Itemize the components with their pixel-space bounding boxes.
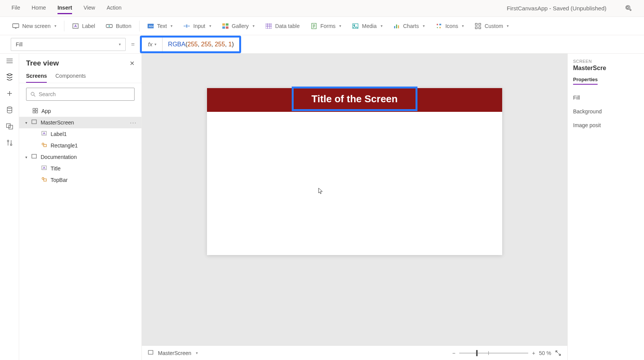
left-rail	[0, 54, 19, 360]
title-label-highlighted[interactable]: Title of the Screen	[292, 87, 417, 111]
tab-components[interactable]: Components	[55, 73, 85, 83]
main-area: Tree view ✕ Screens Components Search Ap…	[0, 54, 644, 360]
gallery-button[interactable]: Gallery ▾	[217, 20, 260, 32]
charts-button[interactable]: Charts ▾	[388, 20, 430, 32]
svg-rect-10	[266, 23, 272, 29]
node-label: MasterScreen	[41, 119, 74, 126]
svg-text:Abc: Abc	[149, 25, 154, 28]
data-table-icon	[265, 23, 272, 29]
custom-button[interactable]: Custom ▾	[469, 20, 514, 32]
fullscreen-icon[interactable]	[555, 350, 561, 356]
node-label: Rectangle1	[51, 142, 78, 149]
charts-icon	[393, 23, 400, 29]
prop-background[interactable]: Background	[573, 105, 639, 118]
forms-button[interactable]: Forms ▾	[305, 20, 347, 32]
chevron-down-icon: ▾	[462, 24, 464, 28]
input-label: Input	[193, 23, 205, 29]
svg-point-13	[354, 25, 355, 26]
node-label: Label1	[51, 131, 67, 137]
formula-container-highlighted: fx ▾ RGBA(255, 255, 255, 1)	[140, 36, 241, 53]
rectangle-icon	[41, 177, 48, 183]
svg-rect-16	[398, 25, 399, 28]
fx-icon: fx	[148, 41, 153, 47]
svg-rect-14	[394, 26, 395, 28]
zoom-value: 50 %	[539, 350, 551, 356]
label-button[interactable]: Label	[67, 20, 100, 32]
svg-point-0	[627, 7, 629, 8]
svg-rect-18	[439, 24, 441, 25]
data-table-label: Data table	[275, 23, 300, 29]
chevron-down-icon: ▾	[209, 24, 211, 28]
svg-rect-15	[396, 25, 397, 28]
chevron-down-icon[interactable]: ▾	[24, 155, 28, 159]
search-placeholder: Search	[39, 91, 56, 97]
tree-node-title[interactable]: Title	[19, 163, 141, 174]
menu-file[interactable]: File	[12, 2, 20, 14]
tab-screens[interactable]: Screens	[26, 73, 47, 83]
svg-point-24	[7, 107, 12, 108]
chevron-down-icon: ▾	[119, 42, 121, 46]
svg-rect-32	[33, 111, 35, 113]
tree-node-app[interactable]: App	[19, 105, 141, 117]
data-icon[interactable]	[7, 106, 12, 113]
advanced-tools-icon[interactable]	[7, 139, 13, 146]
hamburger-icon[interactable]	[6, 58, 13, 64]
menu-action[interactable]: Action	[107, 2, 122, 14]
tree-view-icon[interactable]	[6, 74, 13, 80]
svg-point-19	[439, 27, 441, 28]
canvas-footer: MasterScreen ▾ − + 50 %	[142, 345, 567, 360]
text-button[interactable]: Abc Text ▾	[142, 20, 178, 32]
menu-insert[interactable]: Insert	[58, 2, 72, 14]
svg-rect-8	[222, 26, 225, 29]
footer-screen-name[interactable]: MasterScreen	[158, 350, 191, 356]
icons-icon	[435, 23, 442, 29]
button-button[interactable]: Button	[100, 20, 136, 32]
chevron-down-icon[interactable]: ▾	[24, 121, 28, 125]
tree-node-masterscreen[interactable]: ▾ MasterScreen ···	[19, 117, 141, 128]
svg-rect-26	[9, 125, 13, 129]
button-label: Button	[116, 23, 131, 29]
tab-properties[interactable]: Properties	[573, 77, 598, 85]
label-icon	[41, 131, 48, 137]
forms-icon	[310, 23, 317, 29]
chevron-down-icon: ▾	[154, 42, 156, 46]
zoom-out-button[interactable]: −	[452, 350, 455, 356]
svg-rect-39	[42, 166, 46, 170]
label-icon	[72, 23, 79, 29]
menu-home[interactable]: Home	[32, 2, 46, 14]
property-dropdown[interactable]: Fill ▾	[11, 38, 126, 51]
data-table-button[interactable]: Data table	[260, 20, 305, 32]
prop-image-position[interactable]: Image posit	[573, 118, 639, 132]
prop-fill[interactable]: Fill	[573, 91, 639, 105]
menu-view[interactable]: View	[84, 2, 95, 14]
tree-node-label1[interactable]: Label1	[19, 128, 141, 140]
design-screen[interactable]: Title of the Screen	[207, 88, 502, 255]
search-input[interactable]: Search	[26, 88, 135, 101]
svg-rect-6	[222, 23, 225, 26]
tree-node-rectangle1[interactable]: Rectangle1	[19, 140, 141, 151]
formula-fn-name: RGBA	[168, 41, 185, 47]
separator	[64, 21, 64, 31]
close-icon[interactable]: ✕	[130, 60, 135, 67]
diagnostics-icon[interactable]	[625, 5, 632, 12]
media-rail-icon[interactable]	[6, 123, 13, 129]
formula-input[interactable]: RGBA(255, 255, 255, 1)	[163, 41, 239, 48]
cursor-icon	[318, 188, 324, 195]
media-button[interactable]: Media ▾	[347, 20, 388, 32]
chevron-down-icon[interactable]: ▾	[196, 351, 198, 355]
svg-point-27	[7, 140, 9, 142]
input-button[interactable]: Input ▾	[178, 20, 216, 32]
insert-icon[interactable]	[7, 90, 13, 97]
icons-button[interactable]: Icons ▾	[430, 20, 469, 32]
more-icon[interactable]: ···	[130, 119, 137, 126]
new-screen-label: New screen	[22, 23, 51, 29]
canvas-viewport[interactable]: Title of the Screen	[142, 54, 567, 345]
zoom-in-button[interactable]: +	[532, 350, 535, 356]
media-icon	[352, 23, 359, 29]
new-screen-button[interactable]: New screen ▾	[7, 20, 62, 32]
fx-button[interactable]: fx ▾	[142, 38, 163, 51]
tree-node-documentation[interactable]: ▾ Documentation	[19, 151, 141, 163]
tree-node-topbar[interactable]: TopBar	[19, 174, 141, 186]
ribbon-toolbar: New screen ▾ Label Button Abc Text ▾ Inp…	[0, 17, 644, 35]
zoom-slider[interactable]	[459, 353, 528, 353]
